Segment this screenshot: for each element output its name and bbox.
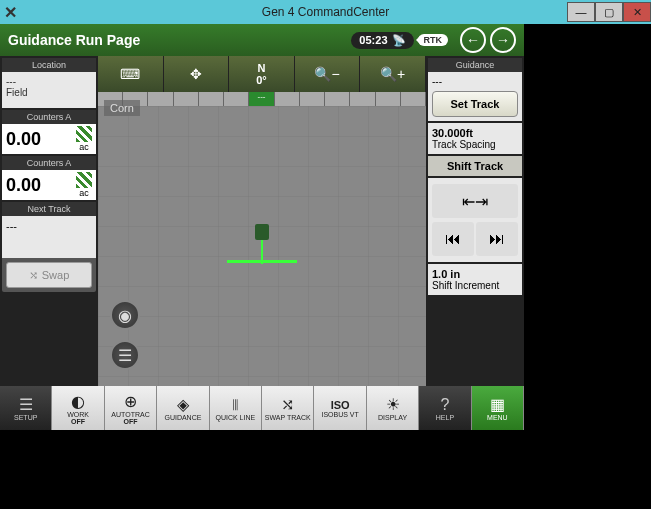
quickline-label: QUICK LINE	[215, 414, 255, 421]
work-icon: ◐	[71, 392, 85, 411]
minimize-button[interactable]: —	[567, 2, 595, 22]
guidance-header: Guidance	[428, 58, 522, 72]
signal-badge: RTK	[418, 34, 449, 46]
nav-forward-button[interactable]: →	[490, 27, 516, 53]
isobus-label: ISOBUS VT	[321, 411, 358, 418]
counter-header: Counters A	[2, 156, 96, 170]
counter-unit: ac	[76, 188, 92, 198]
work-sub: OFF	[71, 418, 85, 425]
shift-controls: ⇤⇥ ⏮ ⏭	[428, 178, 522, 262]
isobus-button[interactable]: ISO ISOBUS VT	[314, 386, 366, 430]
next-track-header: Next Track	[2, 202, 96, 216]
location-header: Location	[2, 58, 96, 72]
guidance-body: --- Set Track	[428, 72, 522, 121]
heading-deg: 0°	[256, 74, 267, 86]
pan-button[interactable]: ✥	[164, 56, 230, 92]
vehicle-icon	[255, 224, 269, 240]
shift-right-button[interactable]: ⏭	[476, 222, 518, 256]
area-icon	[76, 172, 92, 188]
isobus-icon: ISO	[331, 399, 350, 411]
time-display: 05:23 📡	[351, 32, 413, 49]
work-button[interactable]: ◐ WORK OFF	[52, 386, 104, 430]
track-spacing-info[interactable]: 30.000ft Track Spacing	[428, 123, 522, 154]
help-icon: ?	[441, 396, 450, 414]
guidance-icon: ◈	[177, 395, 189, 414]
app-header: Guidance Run Page 05:23 📡 RTK ← →	[0, 24, 524, 56]
counter-unit: ac	[76, 142, 92, 152]
zoom-out-button[interactable]: 🔍−	[295, 56, 361, 92]
counter-body[interactable]: 0.00 ac	[2, 124, 96, 154]
shift-center-button[interactable]: ⇤⇥	[432, 184, 518, 218]
satellite-icon: 📡	[392, 34, 406, 47]
help-label: HELP	[436, 414, 454, 421]
counter-value: 0.00	[6, 129, 41, 150]
next-track-panel: Next Track --- ⤭ Swap	[2, 202, 96, 292]
bottom-toolbar: ☰ SETUP ◐ WORK OFF ⊕ AUTOTRAC OFF ◈ GUID…	[0, 386, 524, 430]
area-icon	[76, 126, 92, 142]
offset-ruler: ---	[98, 92, 426, 106]
guidance-value: ---	[432, 76, 518, 87]
location-panel: Location --- Field	[2, 58, 96, 108]
display-button[interactable]: ☀ DISPLAY	[367, 386, 419, 430]
close-button[interactable]: ✕	[623, 2, 651, 22]
display-label: DISPLAY	[378, 414, 407, 421]
window-titlebar: ✕ Gen 4 CommandCenter — ▢ ✕	[0, 0, 651, 24]
heading-display[interactable]: N 0°	[229, 56, 295, 92]
swaptrack-icon: ⤭	[281, 395, 294, 414]
layers-button[interactable]: ☰	[110, 340, 140, 370]
keyboard-button[interactable]: ⌨	[98, 56, 164, 92]
map-area: ⌨ ✥ N 0° 🔍− 🔍+ --- ◉ ☰	[98, 56, 426, 386]
right-sidebar: Guidance --- Set Track 30.000ft Track Sp…	[426, 56, 524, 386]
swaptrack-label: SWAP TRACK	[265, 414, 311, 421]
nav-back-button[interactable]: ←	[460, 27, 486, 53]
set-track-button[interactable]: Set Track	[432, 91, 518, 117]
implement-line	[227, 260, 297, 263]
counter-value: 0.00	[6, 175, 41, 196]
shift-inc-label: Shift Increment	[432, 280, 518, 291]
camera-button[interactable]: ◉	[110, 300, 140, 330]
counter-panel-1: Counters A 0.00 ac	[2, 156, 96, 200]
window-title: Gen 4 CommandCenter	[262, 5, 389, 19]
display-icon: ☀	[386, 395, 400, 414]
map-view[interactable]: ◉ ☰	[98, 106, 426, 386]
counter-body[interactable]: 0.00 ac	[2, 170, 96, 200]
autotrac-icon: ⊕	[124, 392, 137, 411]
shift-track-header: Shift Track	[428, 156, 522, 176]
heading-dir: N	[258, 62, 266, 74]
counter-header: Counters A	[2, 110, 96, 124]
location-line1: ---	[6, 76, 92, 87]
quickline-icon: ⦀	[232, 396, 239, 414]
shift-left-button[interactable]: ⏮	[432, 222, 474, 256]
swap-icon: ⤭	[29, 269, 38, 282]
setup-icon: ☰	[19, 395, 33, 414]
swap-button[interactable]: ⤭ Swap	[6, 262, 92, 288]
guidance-button[interactable]: ◈ GUIDANCE	[157, 386, 209, 430]
menu-icon: ▦	[490, 395, 505, 414]
page-title: Guidance Run Page	[8, 32, 351, 48]
map-toolbar: ⌨ ✥ N 0° 🔍− 🔍+	[98, 56, 426, 92]
swaptrack-button[interactable]: ⤭ SWAP TRACK	[262, 386, 314, 430]
guidance-label: GUIDANCE	[164, 414, 201, 421]
setup-button[interactable]: ☰ SETUP	[0, 386, 52, 430]
menu-label: MENU	[487, 414, 508, 421]
autotrac-label: AUTOTRAC	[111, 411, 149, 418]
location-body[interactable]: --- Field	[2, 72, 96, 108]
location-line2: Field	[6, 87, 92, 98]
track-spacing-label: Track Spacing	[432, 139, 518, 150]
menu-button[interactable]: ▦ MENU	[472, 386, 524, 430]
autotrac-sub: OFF	[124, 418, 138, 425]
quickline-button[interactable]: ⦀ QUICK LINE	[210, 386, 262, 430]
swap-label: Swap	[42, 269, 70, 281]
shift-increment-info[interactable]: 1.0 in Shift Increment	[428, 264, 522, 295]
track-spacing-value: 30.000ft	[432, 127, 518, 139]
help-button[interactable]: ? HELP	[419, 386, 471, 430]
crop-label: Corn	[104, 100, 140, 116]
shift-inc-value: 1.0 in	[432, 268, 518, 280]
work-label: WORK	[67, 411, 89, 418]
next-track-body: ---	[2, 216, 96, 258]
maximize-button[interactable]: ▢	[595, 2, 623, 22]
setup-label: SETUP	[14, 414, 37, 421]
time-value: 05:23	[359, 34, 387, 46]
zoom-in-button[interactable]: 🔍+	[360, 56, 426, 92]
autotrac-button[interactable]: ⊕ AUTOTRAC OFF	[105, 386, 157, 430]
